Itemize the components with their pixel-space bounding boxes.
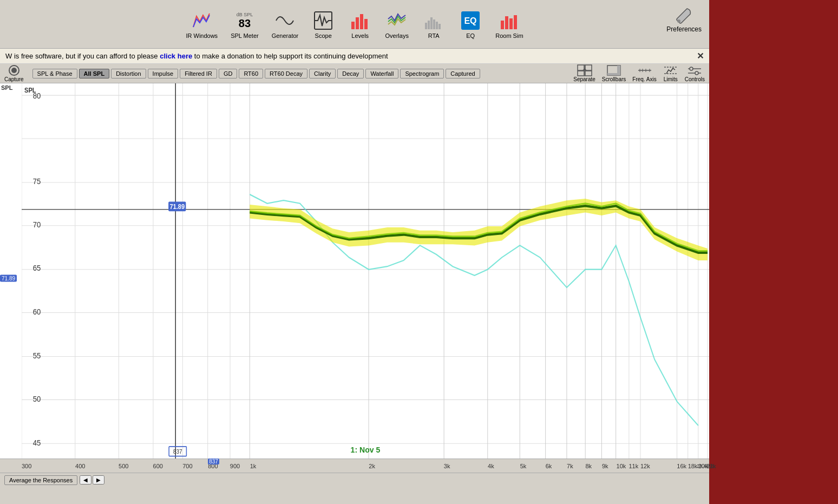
x-label-16k: 16k <box>677 463 686 469</box>
bottom-bar: Average the Responses ◀ ▶ <box>0 473 709 487</box>
spl-axis-label: SPL <box>1 84 12 91</box>
separate-button[interactable]: Separate <box>573 64 595 82</box>
svg-rect-10 <box>438 24 441 29</box>
eq-button[interactable]: EQ EQ <box>454 8 487 41</box>
svg-rect-27 <box>617 66 620 75</box>
x-label-2k: 2k <box>369 463 375 469</box>
x-label-700: 700 <box>182 463 192 469</box>
capture-label: Capture <box>4 76 24 82</box>
svg-text:SPL: SPL <box>24 86 36 94</box>
rta-icon <box>423 10 444 31</box>
svg-rect-1 <box>351 22 355 29</box>
x-label-9k: 9k <box>602 463 608 469</box>
separate-label: Separate <box>573 76 595 82</box>
generator-button[interactable]: Generator <box>267 8 303 41</box>
tab-spl-phase[interactable]: SPL & Phase <box>32 69 77 78</box>
x-label-5k: 5k <box>520 463 527 469</box>
eq-icon: EQ <box>460 10 481 31</box>
spl-meter-button[interactable]: dB SPL 83 SPL Meter <box>226 8 263 41</box>
svg-rect-2 <box>356 17 359 29</box>
tab-captured[interactable]: Captured <box>446 69 480 78</box>
scrollbars-button[interactable]: Scrollbars <box>602 64 626 82</box>
svg-text:70: 70 <box>33 221 41 230</box>
svg-rect-14 <box>505 16 508 29</box>
freq-axis-icon <box>637 64 652 76</box>
preferences-label: Preferences <box>666 25 702 33</box>
x-label-18k: 18k <box>688 463 698 469</box>
spl-meter-label: SPL Meter <box>231 32 259 39</box>
svg-rect-22 <box>578 71 584 76</box>
capture-icon <box>8 64 20 76</box>
limits-button[interactable]: Limits <box>663 64 678 82</box>
svg-rect-8 <box>433 19 435 29</box>
tab-impulse[interactable]: Impulse <box>148 69 179 78</box>
generator-icon <box>274 10 296 31</box>
tab-all-spl[interactable]: All SPL <box>79 69 110 78</box>
svg-rect-5 <box>425 23 427 29</box>
spl-meter-icon: dB SPL 83 <box>234 10 256 31</box>
main-toolbar: IR Windows dB SPL 83 SPL Meter <box>0 0 709 49</box>
notification-link[interactable]: click here <box>160 52 192 60</box>
right-tools: Separate Scrollbars Freq. Axis <box>573 64 705 82</box>
svg-rect-21 <box>585 65 592 70</box>
scope-button[interactable]: Scope <box>307 8 339 41</box>
ir-windows-button[interactable]: IR Windows <box>181 8 222 41</box>
svg-marker-25 <box>582 68 587 70</box>
scrollbars-label: Scrollbars <box>602 76 626 82</box>
svg-rect-13 <box>501 21 504 29</box>
svg-rect-23 <box>585 71 592 76</box>
capture-button[interactable]: Capture <box>4 64 24 82</box>
room-sim-icon <box>499 10 520 31</box>
scope-label: Scope <box>315 32 332 39</box>
ir-windows-icon <box>191 10 213 31</box>
x-label-400: 400 <box>75 463 85 469</box>
eq-label: EQ <box>466 32 475 39</box>
x-axis: 300 400 500 600 700 800 837 900 1k 2k 3k… <box>0 459 709 473</box>
limits-icon <box>663 64 678 76</box>
svg-rect-15 <box>509 18 513 29</box>
scroll-left-button[interactable]: ◀ <box>80 475 91 485</box>
x-label-12k: 12k <box>640 463 650 469</box>
chart-wrapper: SPL 71.89 <box>0 83 709 487</box>
rta-label: RTA <box>428 32 440 39</box>
overlays-icon <box>386 10 408 31</box>
tab-waterfall[interactable]: Waterfall <box>365 69 398 78</box>
chart-svg-container[interactable]: 80 75 70 65 60 55 50 45 SPL <box>22 83 709 459</box>
svg-text:1: Nov 5: 1: Nov 5 <box>351 445 381 454</box>
separate-icon <box>577 64 592 76</box>
side-panel <box>709 0 838 504</box>
tab-gd[interactable]: GD <box>219 69 238 78</box>
x-label-6k: 6k <box>546 463 552 469</box>
tab-clarity[interactable]: Clarity <box>309 69 336 78</box>
svg-text:71.89: 71.89 <box>169 202 185 210</box>
x-label-11k: 11k <box>628 463 638 469</box>
close-notification-button[interactable]: ✕ <box>697 51 704 61</box>
tab-filtered-ir[interactable]: Filtered IR <box>180 69 217 78</box>
controls-label: Controls <box>685 76 705 82</box>
preferences-button[interactable]: Preferences <box>664 5 704 35</box>
overlays-button[interactable]: Overlays <box>381 8 413 41</box>
average-responses-button[interactable]: Average the Responses <box>4 475 77 485</box>
scroll-right-button[interactable]: ▶ <box>93 475 104 485</box>
x-label-4k: 4k <box>488 463 494 469</box>
svg-rect-20 <box>578 65 584 70</box>
x-label-1k: 1k <box>250 463 257 469</box>
freq-axis-button[interactable]: Freq. Axis <box>632 64 656 82</box>
tab-rt60[interactable]: RT60 <box>239 69 263 78</box>
svg-text:55: 55 <box>33 351 41 360</box>
tab-distortion[interactable]: Distortion <box>111 69 146 78</box>
x-label-10k: 10k <box>617 463 626 469</box>
controls-button[interactable]: Controls <box>685 64 705 82</box>
rta-button[interactable]: RTA <box>417 8 450 41</box>
svg-text:75: 75 <box>33 178 41 186</box>
notification-bar: W is free software, but if you can affor… <box>0 49 709 64</box>
tab-decay[interactable]: Decay <box>337 69 364 78</box>
tab-spectrogram[interactable]: Spectrogram <box>400 69 444 78</box>
tab-rt60-decay[interactable]: RT60 Decay <box>265 69 307 78</box>
scroll-controls: ◀ ▶ <box>80 475 104 485</box>
svg-point-36 <box>690 67 693 70</box>
levels-button[interactable]: Levels <box>344 8 376 41</box>
room-sim-button[interactable]: Room Sim <box>491 8 527 41</box>
y-axis: SPL 71.89 <box>0 83 22 459</box>
svg-text:EQ: EQ <box>464 16 477 25</box>
